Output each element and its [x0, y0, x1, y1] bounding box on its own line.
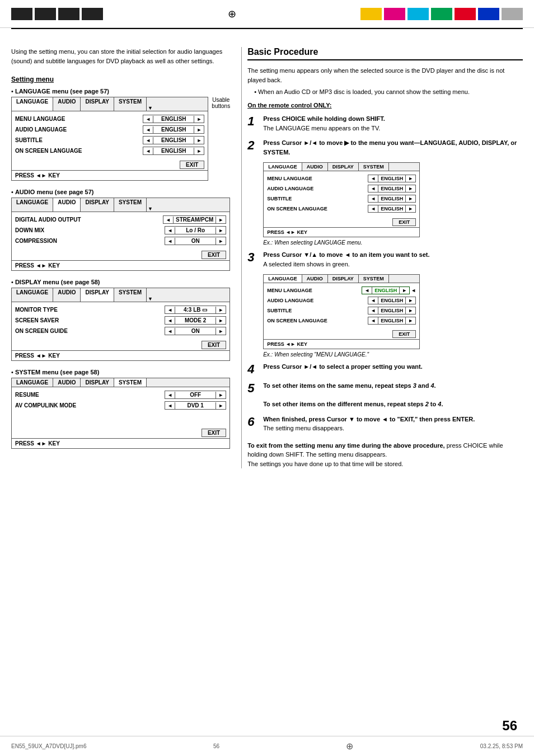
ctrl-value: OFF [175, 391, 216, 398]
ctrl-value: ENGLISH [378, 307, 405, 314]
menu-row: SUBTITLE ◄ENGLISH► [264, 194, 419, 204]
tab-audio[interactable]: AUDIO [53, 288, 81, 302]
tab-audio: AUDIO [302, 163, 328, 171]
row-control[interactable]: ◄ON► [165, 327, 226, 335]
step-1: 1 Press CHOICE while holding down SHIFT.… [247, 114, 523, 133]
tab-language[interactable]: LANGUAGE [12, 288, 53, 302]
ctrl-left[interactable]: ◄ [143, 116, 153, 123]
ctrl-right[interactable]: ► [194, 137, 204, 144]
header-block [35, 8, 56, 20]
row-control[interactable]: ◄OFF► [165, 391, 226, 399]
tab-audio-active[interactable]: AUDIO [53, 198, 81, 212]
ctrl-left: ◄ [368, 175, 378, 182]
header-block [11, 8, 32, 20]
ctrl-left[interactable]: ◄ [165, 392, 175, 398]
ctrl-right[interactable]: ► [216, 238, 226, 245]
right-column: Basic Procedure The setting menu appears… [241, 47, 523, 468]
row-control: ◄ENGLISH► [368, 185, 416, 192]
step-4: 4 Press Cursor ►/◄ to select a proper se… [247, 362, 523, 375]
ctrl-value: ON [175, 327, 216, 335]
tab-system[interactable]: SYSTEM [114, 97, 147, 111]
row-control[interactable]: ◄STREAM/PCM► [163, 215, 226, 224]
exit-note: To exit from the setting menu any time d… [247, 441, 523, 469]
ctrl-left[interactable]: ◄ [165, 238, 175, 245]
exit-button[interactable]: EXIT [202, 429, 226, 437]
ctrl-left[interactable]: ◄ [143, 148, 153, 154]
tab-display[interactable]: DISPLAY [81, 198, 114, 212]
exit-button[interactable]: EXIT [202, 251, 226, 259]
tab-display-active[interactable]: DISPLAY [81, 288, 114, 302]
row-control: ◄ENGLISH► [362, 287, 410, 294]
ctrl-left[interactable]: ◄ [165, 328, 175, 335]
tab-display[interactable]: DISPLAY [81, 97, 114, 111]
row-label: MONITOR TYPE [15, 307, 165, 313]
ctrl-right[interactable]: ► [216, 307, 226, 313]
exit-button: EXIT [392, 218, 416, 226]
ctrl-right[interactable]: ► [216, 392, 226, 398]
ctrl-left: ◄ [368, 195, 378, 202]
ctrl-left[interactable]: ◄ [165, 317, 175, 324]
ctrl-right[interactable]: ► [216, 328, 226, 335]
tab-system-active[interactable]: SYSTEM [114, 378, 147, 387]
row-control: ◄ENGLISH► [368, 297, 416, 304]
tab-audio[interactable]: AUDIO [53, 97, 81, 111]
ctrl-right: ► [405, 307, 415, 314]
menu-row-selected: MENU LANGUAGE ◄ENGLISH► ◄ [264, 285, 419, 295]
tab-system[interactable]: SYSTEM [114, 288, 147, 302]
ctrl-left[interactable]: ◄ [143, 137, 153, 144]
ctrl-left[interactable]: ◄ [165, 307, 175, 313]
ctrl-right: ► [405, 297, 415, 304]
tab-language: LANGUAGE [264, 275, 302, 283]
ctrl-value: 4:3 LB ▭ [175, 306, 216, 313]
language-rows: MENU LANGUAGE ◄ENGLISH► AUDIO LANGUAGE ◄… [12, 111, 208, 158]
row-control[interactable]: ◄4:3 LB ▭► [165, 306, 226, 314]
menu-row: ON SCREEN LANGUAGE ◄ENGLISH► [264, 204, 419, 214]
step-body-6: When finished, press Cursor ▼ to move ◄ … [263, 415, 523, 433]
row-control[interactable]: ◄ENGLISH► [143, 136, 204, 144]
exit-row: EXIT [12, 158, 208, 170]
row-control[interactable]: ◄ENGLISH► [143, 147, 204, 155]
ctrl-right[interactable]: ► [216, 227, 226, 234]
ctrl-left: ◄ [368, 205, 378, 212]
ctrl-left[interactable]: ◄ [163, 217, 174, 223]
exit-button[interactable]: EXIT [202, 341, 226, 349]
tab-audio[interactable]: AUDIO [53, 378, 81, 387]
row-control[interactable]: ◄DVD 1► [165, 401, 226, 410]
tab-language[interactable]: LANGUAGE [12, 378, 53, 387]
tab-system: SYSTEM [359, 275, 389, 283]
step-body-3: Press Cursor ▼/▲ to move ◄ to an item yo… [263, 250, 523, 269]
ctrl-value: ENGLISH [378, 317, 405, 324]
tab-language[interactable]: LANGUAGE [12, 97, 53, 111]
bp-bullet: • When an Audio CD or MP3 disc is loaded… [254, 88, 523, 96]
ctrl-right[interactable]: ► [216, 317, 226, 324]
ctrl-left[interactable]: ◄ [143, 126, 153, 133]
step-body-4: Press Cursor ►/◄ to select a proper sett… [263, 362, 523, 372]
row-control[interactable]: ◄MODE 2► [165, 316, 226, 325]
system-rows: RESUME ◄OFF► AV COMPULINK MODE ◄DVD 1► [12, 387, 229, 413]
tab-arrow-audio: ▼ [147, 198, 153, 212]
header-block-gray [502, 8, 523, 20]
header-block-blue [478, 8, 499, 20]
row-label: ON SCREEN LANGUAGE [267, 318, 368, 323]
ctrl-value: ENGLISH [153, 115, 194, 123]
ctrl-left[interactable]: ◄ [165, 402, 175, 409]
ctrl-left[interactable]: ◄ [165, 227, 175, 234]
ctrl-right[interactable]: ► [216, 217, 226, 223]
tab-language[interactable]: LANGUAGE [12, 198, 53, 212]
row-control[interactable]: ◄ENGLISH► [143, 125, 204, 134]
ctrl-right[interactable]: ► [216, 402, 226, 409]
ctrl-right[interactable]: ► [194, 116, 204, 123]
ctrl-right[interactable]: ► [194, 148, 204, 154]
tab-system[interactable]: SYSTEM [114, 198, 147, 212]
ctrl-right[interactable]: ► [194, 126, 204, 133]
row-control[interactable]: ◄ENGLISH► [143, 115, 204, 123]
exit-button[interactable]: EXIT [180, 161, 204, 169]
footer-left: EN55_59UX_A7DVD[UJ].pm6 [11, 743, 87, 749]
step-6: 6 When finished, press Cursor ▼ to move … [247, 415, 523, 433]
row-control[interactable]: ◄ON► [165, 237, 226, 245]
row-control[interactable]: ◄Lo / Ro► [165, 226, 226, 234]
ctrl-value: STREAM/PCM [174, 216, 216, 223]
header: ⊕ [0, 0, 534, 28]
tab-display[interactable]: DISPLAY [81, 378, 114, 387]
ctrl-left: ◄ [368, 297, 378, 304]
